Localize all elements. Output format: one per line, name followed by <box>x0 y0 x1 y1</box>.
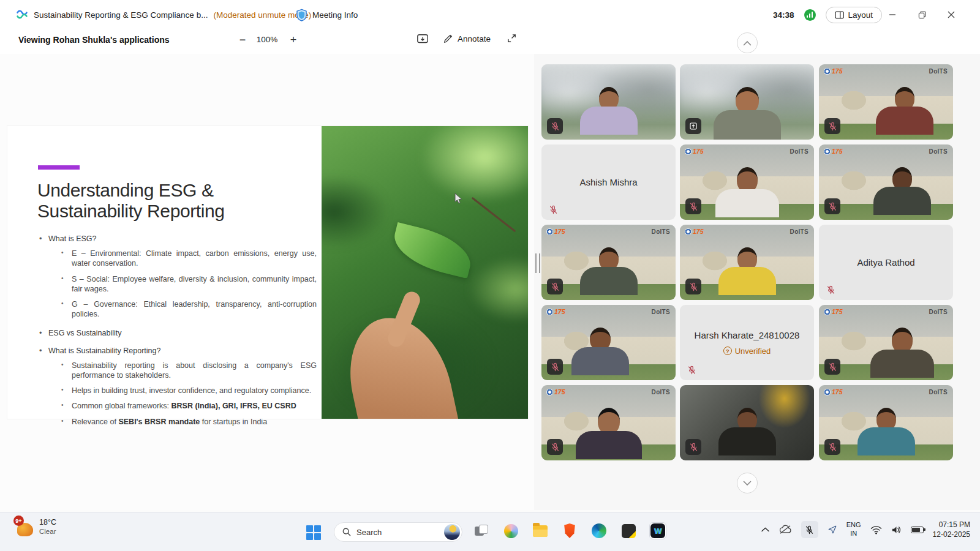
doits-watermark: DoITS <box>929 148 948 155</box>
mic-muted-icon <box>824 118 840 134</box>
participant-silhouette <box>572 87 646 140</box>
tray-mic-muted-icon[interactable] <box>801 521 818 538</box>
task-view-button[interactable] <box>473 522 490 539</box>
close-button[interactable] <box>941 4 962 25</box>
participant-silhouette <box>572 247 646 300</box>
mic-muted-icon <box>824 198 840 214</box>
slide-title: Understanding ESG & Sustainability Repor… <box>37 180 225 222</box>
shared-screen-area: Understanding ESG & Sustainability Repor… <box>0 54 534 510</box>
iit-roorkee-logo: 175 <box>546 309 565 315</box>
iit-roorkee-logo: 175 <box>824 309 843 315</box>
mic-muted-icon <box>687 365 697 375</box>
slide-accent-bar <box>38 165 80 170</box>
bullet-subitem: Helps in building trust, investor confid… <box>60 386 317 395</box>
participant-silhouette <box>710 167 784 220</box>
participant-silhouette <box>865 167 939 220</box>
iit-roorkee-logo: 175 <box>685 228 704 235</box>
question-circle-icon: ? <box>723 347 732 355</box>
layout-button[interactable]: Layout <box>826 7 883 23</box>
scroll-up-button[interactable] <box>737 32 758 53</box>
participant-video-tile[interactable]: 175 DoITS <box>541 305 676 380</box>
layout-label: Layout <box>848 10 873 20</box>
weather-widget[interactable]: 9+ 18°C Clear <box>16 517 56 538</box>
tray-chevron-up-icon[interactable] <box>761 527 769 532</box>
iit-roorkee-logo: 175 <box>824 389 843 395</box>
notification-badge: 9+ <box>13 515 24 526</box>
notes-app-button[interactable] <box>620 522 637 539</box>
participant-video-tile[interactable]: 175 DoITS <box>680 225 814 300</box>
meeting-timer: 34:38 <box>773 10 794 20</box>
iit-roorkee-logo: 175 <box>824 68 843 75</box>
participant-silhouette <box>868 87 941 140</box>
mouse-cursor <box>454 193 463 205</box>
edge-browser-button[interactable] <box>590 522 608 539</box>
iit-roorkee-logo: 175 <box>546 228 565 235</box>
webex-app-button[interactable]: W <box>649 522 666 539</box>
participant-video-tile[interactable]: 175 DoITS <box>541 225 676 300</box>
clock-time: 07:15 PM <box>933 520 970 530</box>
participant-video-tile[interactable]: 175 DoITS <box>819 385 953 460</box>
participant-video-tile[interactable]: 175 DoITS <box>819 144 953 220</box>
connection-quality-icon[interactable] <box>804 9 816 21</box>
taskbar-clock[interactable]: 07:15 PM 12-02-2025 <box>933 520 970 539</box>
fullscreen-icon[interactable] <box>507 33 517 43</box>
scroll-down-button[interactable] <box>737 473 758 493</box>
mic-muted-icon <box>685 279 701 294</box>
doits-watermark: DoITS <box>790 228 809 235</box>
mic-muted-icon <box>824 359 840 375</box>
participant-name-tile[interactable]: Aditya Rathod <box>819 225 953 300</box>
volume-icon[interactable] <box>891 525 902 534</box>
start-button[interactable] <box>306 525 322 541</box>
layout-grid-icon <box>835 11 844 19</box>
participant-video-tile[interactable] <box>541 64 676 140</box>
participant-video-tile[interactable] <box>680 64 814 140</box>
mic-muted-icon <box>685 198 701 214</box>
meeting-title: Sustainability Reporting & ESG Complianc… <box>34 10 208 20</box>
annotate-button[interactable]: Annotate <box>443 34 491 43</box>
onedrive-paused-icon[interactable] <box>778 525 792 534</box>
participant-name-tile[interactable]: Harsh Kharate_24810028 ?Unverified <box>680 305 814 380</box>
title-bar: Sustainability Reporting & ESG Complianc… <box>0 0 980 29</box>
participant-video-tile[interactable]: 175 DoITS <box>680 144 814 220</box>
mic-muted-icon <box>685 439 701 455</box>
doits-watermark: DoITS <box>929 389 948 395</box>
location-icon[interactable] <box>827 525 837 534</box>
display-options-icon[interactable] <box>417 33 429 45</box>
minimize-button[interactable] <box>882 4 903 25</box>
iit-roorkee-logo: 175 <box>685 148 704 155</box>
battery-icon[interactable] <box>911 527 924 533</box>
restore-button[interactable] <box>911 4 932 25</box>
copilot-button[interactable] <box>502 522 519 539</box>
share-toolbar: Viewing Rohan Shukla's applications − 10… <box>0 29 980 54</box>
participant-video-tile[interactable]: 175 DoITS <box>819 64 953 140</box>
slide-bullets: What is ESG? E – Environmental: Climate … <box>38 227 317 427</box>
participant-silhouette <box>710 247 784 300</box>
language-indicator[interactable]: ENG IN <box>846 521 861 538</box>
bullet-item: ESG vs Sustainability <box>38 329 317 337</box>
wifi-icon[interactable] <box>870 525 882 534</box>
search-label: Search <box>356 528 382 537</box>
brave-browser-button[interactable] <box>561 522 578 539</box>
search-icon <box>342 528 351 536</box>
zoom-in-button[interactable]: + <box>285 32 301 48</box>
bullet-subitem: Sustainability reporting is about disclo… <box>60 361 317 381</box>
search-box[interactable]: Search <box>334 522 462 542</box>
participant-silhouette <box>850 408 923 460</box>
bullet-item: What is ESG? <box>38 234 317 243</box>
meeting-info-button[interactable]: Meeting Info <box>296 0 358 29</box>
file-explorer-button[interactable] <box>532 522 549 539</box>
zoom-out-button[interactable]: − <box>235 32 251 48</box>
weather-condition: Clear <box>39 527 56 536</box>
bullet-subitem: Common global frameworks: BRSR (India), … <box>60 401 317 411</box>
iit-roorkee-logo: 175 <box>824 148 843 155</box>
participants-panel: 175 DoITS Ashish Mishra 175 DoITS 175 Do… <box>534 54 980 510</box>
webex-logo-icon <box>16 9 28 21</box>
screen-share-icon <box>685 118 701 134</box>
participant-video-tile[interactable] <box>680 385 814 460</box>
panel-resize-handle[interactable] <box>535 253 540 273</box>
doits-watermark: DoITS <box>652 228 670 235</box>
participant-video-tile[interactable]: 175 DoITS <box>819 305 953 380</box>
participant-video-tile[interactable]: 175 DoITS <box>541 385 676 460</box>
participant-name: Ashish Mishra <box>579 177 637 187</box>
participant-name-tile[interactable]: Ashish Mishra <box>541 144 676 220</box>
